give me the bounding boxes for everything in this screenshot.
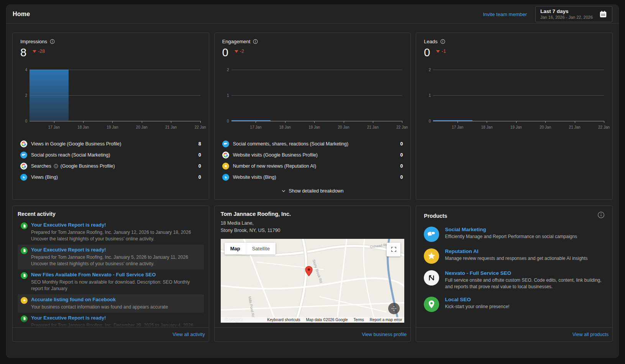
- recent-activity-title: Recent activity: [18, 211, 204, 217]
- legend-value: 0: [400, 175, 403, 180]
- leads-title: Leads: [424, 39, 437, 44]
- activity-title[interactable]: Your Executive Report is ready!: [31, 222, 201, 229]
- product-name-link[interactable]: Reputation AI: [445, 248, 587, 254]
- chevron-down-icon: [281, 189, 286, 193]
- legend-label: Social comments, shares, reactions (Soci…: [233, 141, 397, 147]
- nexvato-icon: [424, 270, 439, 286]
- legend-row: b Website visits (Bing) 0: [222, 172, 403, 183]
- show-detailed-breakdown-toggle[interactable]: Show detailed breakdown: [222, 188, 403, 194]
- impressions-delta: -28: [33, 49, 45, 54]
- product-item: Reputation AI Manage review requests and…: [424, 248, 605, 264]
- legend-row: Website visits (Google Business Profile)…: [222, 150, 403, 161]
- activity-item[interactable]: Your Executive Report is ready!Prepared …: [18, 245, 204, 269]
- legend-label: Views (Bing): [31, 175, 195, 180]
- activity-title[interactable]: Accurate listing found on Facebook: [31, 297, 168, 303]
- satellite-button[interactable]: Satellite: [246, 243, 276, 255]
- trend-down-icon: [235, 50, 238, 53]
- leads-chart: 21017 Jan18 Jan19 Jan20 Jan21 Jan22 Jan: [424, 69, 605, 129]
- product-name-link[interactable]: Social Marketing: [445, 227, 577, 232]
- recent-activity-card: Recent activity Your Executive Report is…: [12, 206, 209, 342]
- report-icon: [21, 222, 28, 229]
- map-button[interactable]: Map: [225, 243, 246, 255]
- engagement-chart: 21017 Jan18 Jan19 Jan20 Jan21 Jan22 Jan: [222, 69, 403, 129]
- legend-label: Website visits (Bing): [233, 175, 397, 180]
- legend-label: Searches(Google Business Profile): [31, 163, 195, 169]
- date-range-label: Last 7 days: [540, 8, 593, 15]
- google-icon: [222, 152, 229, 158]
- view-all-activity-link[interactable]: View all activity: [172, 332, 205, 337]
- leads-delta: -1: [436, 49, 446, 54]
- reputation-star-icon: [424, 248, 439, 264]
- date-range-picker[interactable]: Last 7 days Jan 16, 2026 - Jan 22, 2026: [535, 6, 612, 23]
- activity-description: Your business contact information was fo…: [31, 304, 168, 310]
- legend-value: 0: [198, 152, 201, 158]
- engagement-value: 0: [222, 47, 228, 59]
- info-icon[interactable]: [50, 39, 55, 44]
- legend-value: 8: [198, 141, 201, 147]
- activity-item[interactable]: Accurate listing found on FacebookYour b…: [18, 294, 204, 313]
- product-description: Kick-start your online presence!: [445, 304, 509, 310]
- google-icon: [20, 163, 27, 170]
- product-name-link[interactable]: Local SEO: [445, 297, 509, 302]
- impressions-title: Impressions: [20, 39, 47, 44]
- invite-team-member-link[interactable]: Invite team member: [483, 11, 527, 17]
- product-item: Nexvato - Full Service SEO Full service …: [424, 270, 605, 290]
- leads-card: Leads 0 -1 21017 Jan18 Jan19 Jan20 Jan21…: [416, 33, 613, 200]
- report-map-error-link[interactable]: Report a map error: [370, 318, 402, 322]
- view-business-profile-link[interactable]: View business profile: [362, 332, 407, 337]
- date-range-dates: Jan 16, 2026 - Jan 22, 2026: [540, 15, 593, 20]
- engagement-delta: -2: [235, 49, 244, 54]
- product-item: Local SEO Kick-start your online presenc…: [424, 297, 605, 312]
- google-icon: [20, 140, 27, 147]
- legend-value: 0: [400, 152, 403, 158]
- legend-row: Social comments, shares, reactions (Soci…: [222, 139, 403, 150]
- local-seo-pin-icon: [424, 297, 439, 312]
- activity-title[interactable]: New Files Available From Nexvato - Full …: [31, 272, 201, 278]
- trend-down-icon: [436, 50, 440, 53]
- product-name-link[interactable]: Nexvato - Full Service SEO: [445, 270, 605, 276]
- activity-item[interactable]: Your Executive Report is ready!Prepared …: [18, 313, 204, 327]
- legend-row: Number of new reviews (Reputation AI) 0: [222, 161, 403, 172]
- impressions-chart: 42017 Jan18 Jan19 Jan20 Jan21 Jan22 Jan: [20, 69, 201, 129]
- impressions-value: 8: [20, 47, 26, 59]
- report-icon: [21, 247, 28, 254]
- product-item: Social Marketing Efficiently Manage and …: [424, 227, 605, 242]
- activity-description: Prepared for Tom Jannace Roofing, Inc. J…: [31, 229, 201, 242]
- business-profile-card: Tom Jannace Roofing, Inc. 18 Media Lane,…: [214, 206, 411, 342]
- legend-label: Number of new reviews (Reputation AI): [233, 163, 397, 169]
- keyboard-shortcuts-link[interactable]: Keyboard shortcuts: [267, 318, 300, 322]
- activity-list: Your Executive Report is ready!Prepared …: [18, 220, 204, 327]
- activity-item[interactable]: Your Executive Report is ready!Prepared …: [18, 220, 204, 245]
- products-title: Products: [424, 213, 447, 219]
- business-name: Tom Jannace Roofing, Inc.: [221, 211, 405, 217]
- activity-description: Prepared for Tom Jannace Roofing, Inc. D…: [31, 322, 201, 327]
- google-map[interactable]: Stony Brook Rd Oxhead Rd Mills Pond Rd M…: [221, 239, 405, 323]
- reputation-star-icon: [222, 163, 229, 170]
- legend-row: Social posts reach (Social Marketing) 0: [20, 150, 201, 161]
- engagement-title: Engagement: [222, 39, 251, 44]
- legend-value: 0: [400, 163, 403, 169]
- info-icon[interactable]: [597, 211, 605, 220]
- legend-row: Views in Google (Google Business Profile…: [20, 139, 201, 150]
- info-icon[interactable]: [253, 39, 258, 44]
- product-description: Efficiently Manage and Report Performanc…: [445, 233, 577, 240]
- info-icon[interactable]: [440, 39, 445, 44]
- fullscreen-button[interactable]: [387, 243, 400, 256]
- info-icon[interactable]: [54, 164, 58, 168]
- activity-title[interactable]: Your Executive Report is ready!: [31, 315, 201, 322]
- activity-title[interactable]: Your Executive Report is ready!: [31, 247, 201, 253]
- legend-value: 0: [198, 163, 201, 169]
- legend-value: 0: [198, 175, 201, 180]
- svg-text:b: b: [225, 176, 227, 179]
- impressions-card: Impressions 8 -28 42017 Jan18 Jan19 Jan2…: [12, 33, 209, 200]
- map-attribution: Keyboard shortcuts Map data ©2026 Google…: [221, 317, 405, 323]
- activity-item[interactable]: New Files Available From Nexvato - Full …: [18, 269, 204, 294]
- terms-link[interactable]: Terms: [354, 318, 364, 322]
- legend-label: Views in Google (Google Business Profile…: [31, 141, 195, 147]
- products-card: Products Social Marketing Efficiently Ma…: [416, 206, 613, 342]
- view-all-products-link[interactable]: View all products: [573, 332, 609, 337]
- social-marketing-icon: [20, 152, 27, 158]
- legend-label: Website visits (Google Business Profile): [233, 152, 397, 158]
- legend-value: 0: [400, 141, 403, 147]
- bing-icon: b: [20, 174, 27, 181]
